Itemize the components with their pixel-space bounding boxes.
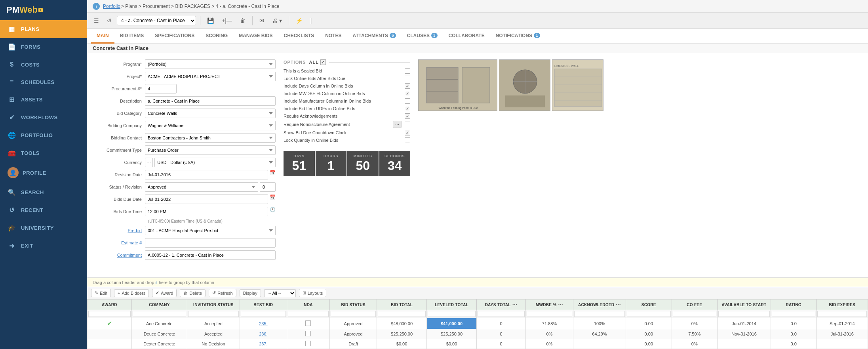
- commitment-label[interactable]: Commitment: [93, 253, 145, 257]
- include-days-checkbox[interactable]: [405, 83, 410, 89]
- email-button[interactable]: ✉: [257, 15, 267, 26]
- sidebar-item-costs[interactable]: $ COSTS: [0, 56, 87, 73]
- filter-company[interactable]: [133, 311, 186, 317]
- procurement-input[interactable]: [145, 84, 177, 93]
- currency-dots[interactable]: ···: [145, 158, 153, 167]
- award-button[interactable]: ✔ Award: [152, 289, 177, 297]
- acknowledged-dots[interactable]: ···: [616, 301, 621, 308]
- nda-checkbox-2[interactable]: [305, 331, 311, 336]
- sidebar-item-schedules[interactable]: ≡ SCHEDULES: [0, 73, 87, 91]
- sidebar-item-university[interactable]: 🎓 UNIVERSITY: [0, 219, 87, 237]
- all-checkbox[interactable]: [320, 59, 326, 65]
- info-icon[interactable]: i: [93, 3, 100, 10]
- bids-due-time-input[interactable]: [145, 207, 268, 216]
- description-input[interactable]: [145, 96, 276, 106]
- tab-attachments[interactable]: ATTACHMENTS 6: [347, 29, 402, 44]
- tab-scoring[interactable]: SCORING: [200, 29, 233, 44]
- record-selector[interactable]: 4 - a. Concrete - Cast in Place: [117, 16, 196, 25]
- filter-bid-total[interactable]: [378, 311, 426, 317]
- days-total-dots[interactable]: ···: [512, 301, 518, 308]
- require-ack-checkbox[interactable]: [405, 113, 410, 119]
- lightning-button[interactable]: ⚡: [293, 15, 305, 26]
- filter-score[interactable]: [627, 311, 670, 317]
- sealed-bid-checkbox[interactable]: [405, 68, 410, 74]
- nondisclosure-dots[interactable]: ···: [393, 121, 402, 128]
- display-button[interactable]: Display: [240, 289, 261, 297]
- layouts-button[interactable]: ⊞ Layouts: [299, 289, 327, 297]
- portfolio-breadcrumb[interactable]: Portfolio: [103, 4, 120, 9]
- revision-date-calendar-icon[interactable]: 📅: [270, 170, 276, 179]
- filter-invitation[interactable]: [188, 311, 239, 317]
- prebid-label[interactable]: Pre-bid: [93, 228, 145, 233]
- add-button[interactable]: +|—: [219, 15, 235, 26]
- filter-acknowledged[interactable]: [574, 311, 625, 317]
- sidebar-item-workflows[interactable]: ✔ WORKFLOWS: [0, 109, 87, 126]
- tab-notes[interactable]: NOTES: [320, 29, 347, 44]
- bids-due-time-clock-icon[interactable]: 🕛: [270, 207, 276, 216]
- bids-due-calendar-icon[interactable]: 📅: [270, 195, 276, 204]
- include-udf-checkbox[interactable]: [405, 106, 410, 111]
- filter-award[interactable]: [88, 311, 131, 317]
- delete-bidder-button[interactable]: 🗑 Delete: [180, 289, 206, 297]
- tab-clauses[interactable]: CLAUSES 3: [402, 29, 443, 44]
- print-button[interactable]: 🖨 ▾: [269, 15, 285, 26]
- filter-mwdbe[interactable]: [527, 311, 572, 317]
- filter-available[interactable]: [718, 311, 770, 317]
- tab-collaborate[interactable]: COLLABORATE: [443, 29, 490, 44]
- nondisclosure-checkbox[interactable]: [405, 122, 410, 127]
- bidding-contact-select[interactable]: Boston Contractors - John Smith: [145, 133, 276, 143]
- refresh-button[interactable]: ↺ Refresh: [209, 289, 236, 297]
- sidebar-item-portfolio[interactable]: 🌐 PORTFOLIO: [0, 126, 87, 144]
- tab-manage-bids[interactable]: MANAGE BIDS: [233, 29, 278, 44]
- tab-notifications[interactable]: NOTIFICATIONS 1: [490, 29, 546, 44]
- filter-nda[interactable]: [288, 311, 329, 317]
- sidebar-item-assets[interactable]: ⊞ ASSETS: [0, 91, 87, 109]
- best-bid-link-3[interactable]: 237.: [259, 341, 267, 346]
- status-select[interactable]: Approved: [145, 182, 258, 192]
- filter-co-fee[interactable]: [673, 311, 716, 317]
- sidebar-item-plans[interactable]: ▦ PLANS: [0, 20, 87, 38]
- tab-bid-items[interactable]: BID ITEMS: [114, 29, 150, 44]
- countdown-checkbox[interactable]: [405, 130, 410, 135]
- tab-main[interactable]: MAIN: [91, 29, 114, 44]
- filter-best-bid[interactable]: [241, 311, 286, 317]
- sidebar-item-tools[interactable]: 🧰 TOOLS: [0, 144, 87, 162]
- estimate-input[interactable]: [145, 238, 276, 248]
- best-bid-link-1[interactable]: 235.: [259, 321, 267, 326]
- estimate-label[interactable]: Estimate #: [93, 240, 145, 245]
- project-select[interactable]: ACME - ACME HOSPITAL PROJECT: [145, 72, 276, 81]
- status-num-input[interactable]: [260, 182, 276, 192]
- sidebar-item-profile[interactable]: 👤 PROFILE: [0, 162, 87, 183]
- filter-days[interactable]: [478, 311, 525, 317]
- nda-checkbox-3[interactable]: [305, 341, 311, 346]
- lock-qty-checkbox[interactable]: [405, 137, 410, 143]
- currency-select[interactable]: USD - Dollar (USA): [154, 158, 276, 167]
- edit-button[interactable]: ✎ Edit: [91, 289, 111, 297]
- filter-bid-status[interactable]: [331, 311, 376, 317]
- commitment-type-select[interactable]: Purchase Order: [145, 145, 276, 155]
- undo-button[interactable]: ↺: [104, 15, 114, 26]
- pipe-button[interactable]: |: [308, 15, 315, 26]
- bids-due-input[interactable]: [145, 195, 268, 204]
- add-bidders-button[interactable]: + Add Bidders: [114, 289, 149, 297]
- menu-button[interactable]: ☰: [91, 15, 102, 26]
- program-select[interactable]: (Portfolio): [145, 59, 276, 69]
- delete-button[interactable]: 🗑: [237, 15, 248, 26]
- best-bid-link-2[interactable]: 236.: [259, 332, 267, 336]
- bidding-company-select[interactable]: Wagner & Williams: [145, 121, 276, 130]
- filter-rating[interactable]: [772, 311, 815, 317]
- tab-specifications[interactable]: SPECIFICATIONS: [149, 29, 200, 44]
- filter-expires[interactable]: [817, 311, 867, 317]
- mwdbe-dots[interactable]: ···: [558, 301, 563, 308]
- revision-date-input[interactable]: [145, 170, 268, 179]
- save-button[interactable]: 💾: [204, 15, 217, 26]
- filter-select[interactable]: -- All --: [264, 289, 296, 297]
- nda-checkbox-1[interactable]: [305, 320, 311, 326]
- sidebar-item-search[interactable]: 🔍 SEARCH: [0, 183, 87, 201]
- sidebar-item-exit[interactable]: ➜ EXIT: [0, 237, 87, 255]
- filter-leveled[interactable]: [428, 311, 476, 317]
- include-mwdbe-checkbox[interactable]: [405, 91, 410, 96]
- commitment-input[interactable]: [145, 250, 276, 260]
- drag-hint-link[interactable]: it: [155, 280, 158, 285]
- tab-checklists[interactable]: CHECKLISTS: [278, 29, 320, 44]
